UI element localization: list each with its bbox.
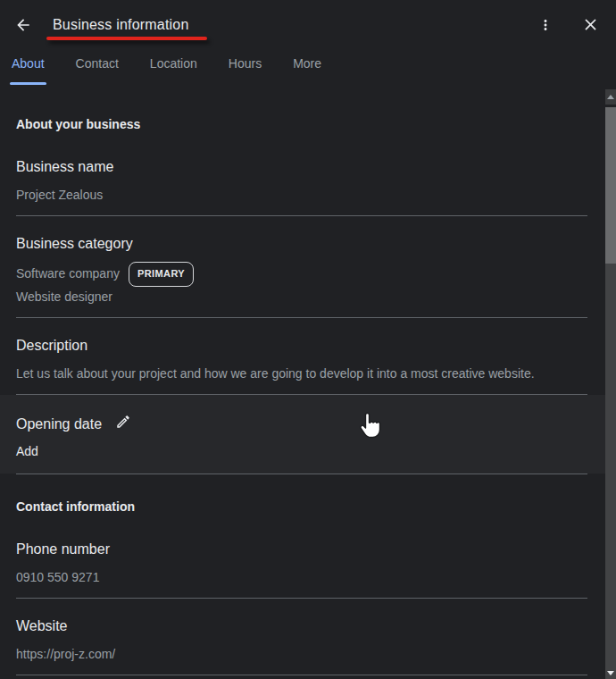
scrollbar-track[interactable] xyxy=(605,264,616,679)
annotation-red-underline xyxy=(46,37,207,40)
scrollbar-down-button[interactable] xyxy=(605,666,616,679)
scrollbar xyxy=(605,89,616,679)
field-phone-number[interactable]: Phone number 0910 550 9271 xyxy=(0,515,605,598)
field-description[interactable]: Description Let us talk about your proje… xyxy=(0,318,605,394)
about-tab-content: About your business Business name Projec… xyxy=(0,89,605,679)
tab-about[interactable]: About xyxy=(12,56,45,87)
phone-number-label: Phone number xyxy=(16,541,589,557)
scroll-up-arrow-icon xyxy=(607,95,614,99)
business-information-dialog: { "header": { "title": "Business informa… xyxy=(0,0,616,679)
dialog-header: Business information xyxy=(0,0,616,49)
kebab-menu-icon xyxy=(537,17,554,33)
business-category-label: Business category xyxy=(16,235,589,252)
field-opening-date[interactable]: Opening date Add xyxy=(0,395,605,474)
scroll-down-arrow-icon xyxy=(607,671,614,675)
description-value: Let us talk about your project and how w… xyxy=(16,365,589,383)
phone-number-value: 0910 550 9271 xyxy=(16,568,589,587)
category-primary-value: Software company xyxy=(16,266,120,281)
section-heading-contact: Contact information xyxy=(16,499,589,515)
field-business-category[interactable]: Business category Software companyPRIMAR… xyxy=(0,216,605,317)
divider xyxy=(16,675,587,675)
category-primary-line: Software companyPRIMARY xyxy=(16,263,589,288)
scrollbar-thumb[interactable] xyxy=(605,107,616,264)
page-title: Business information xyxy=(53,17,189,33)
opening-date-add-action[interactable]: Add xyxy=(16,442,589,461)
tab-location[interactable]: Location xyxy=(150,56,197,87)
business-name-value: Project Zealous xyxy=(16,186,589,205)
tab-hours[interactable]: Hours xyxy=(229,56,262,87)
primary-badge: PRIMARY xyxy=(129,262,194,287)
opening-date-label-line: Opening date xyxy=(16,415,589,432)
scrollbar-up-button[interactable] xyxy=(605,89,616,105)
header-actions xyxy=(534,13,602,37)
arrow-left-icon xyxy=(14,16,32,34)
tab-bar: About Contact Location Hours More xyxy=(0,49,616,89)
opening-date-label: Opening date xyxy=(16,415,102,432)
tab-more[interactable]: More xyxy=(293,56,321,87)
edit-opening-date-button[interactable] xyxy=(114,415,132,432)
pencil-icon xyxy=(115,414,131,433)
business-name-label: Business name xyxy=(16,158,589,175)
back-button[interactable] xyxy=(12,13,35,37)
divider xyxy=(16,474,587,474)
category-secondary-value: Website designer xyxy=(16,288,589,306)
close-icon xyxy=(581,15,600,34)
close-button[interactable] xyxy=(579,13,602,37)
more-options-button[interactable] xyxy=(534,13,557,37)
business-category-values: Software companyPRIMARY Website designer xyxy=(16,263,589,306)
description-label: Description xyxy=(16,337,589,354)
website-label: Website xyxy=(16,617,589,634)
field-business-name[interactable]: Business name Project Zealous xyxy=(0,132,605,215)
website-value: https://proj-z.com/ xyxy=(16,645,589,664)
section-heading-about: About your business xyxy=(16,117,589,132)
tab-contact[interactable]: Contact xyxy=(76,56,119,87)
field-website[interactable]: Website https://proj-z.com/ xyxy=(0,599,605,675)
